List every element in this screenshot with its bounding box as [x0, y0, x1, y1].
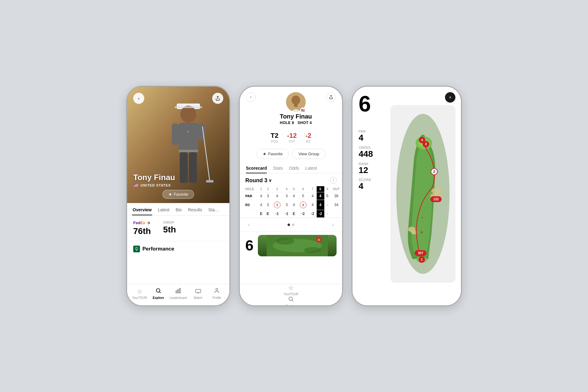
r3-label: R3: [240, 200, 258, 210]
diff-2: E: [265, 210, 271, 218]
col-9: 9: [324, 186, 331, 192]
arrow-icon: [146, 221, 151, 225]
tab-latest[interactable]: Latest: [157, 203, 170, 215]
nav-explore[interactable]: Explore: [151, 288, 166, 300]
p2-hole-preview: 6 4: [240, 232, 342, 259]
hole-map-mini: 4: [258, 235, 337, 256]
p3-stat-score: SCORE 4: [359, 178, 373, 191]
p2-tab-stats[interactable]: Stats: [273, 163, 283, 173]
svg-text:✓: ✓: [187, 130, 189, 133]
p2-scores-row: T2 POS -12 TOT -2 R3: [240, 129, 342, 146]
yourtour-icon-2: ☆: [288, 284, 294, 292]
course-svg: 1 2 3 4 132 307: [389, 105, 457, 283]
par-row: PAR 4 3 4 3 4 5 4 4 5 36: [240, 192, 342, 200]
user-icon: [214, 288, 220, 294]
p2-pos-value: T2: [270, 132, 278, 140]
p3-stat-yards: YARDS 448: [359, 146, 373, 159]
diff-7: -2: [309, 210, 316, 218]
phone-2-content: ‹: [240, 87, 342, 305]
svg-point-59: [420, 231, 423, 234]
tab-bio[interactable]: Bio: [175, 203, 182, 215]
p2-tot: -12 TOT: [287, 132, 297, 143]
p3-stats-column: PAR 4 YARDS 448 RANK 12 SCORE 4: [359, 130, 373, 191]
p2-tab-scorecard[interactable]: Scorecard: [246, 163, 267, 173]
tab-overview[interactable]: Overview: [132, 203, 152, 215]
prev-page-button[interactable]: ‹: [245, 221, 253, 229]
p2-avatar-flag: 🇺🇸: [300, 107, 306, 113]
phone-3: × 6 PAR 4 YARDS 448 RANK 12 SCO: [352, 86, 462, 306]
p2-nav-yourtour[interactable]: ☆ YourTOUR: [240, 284, 342, 296]
nav-leaderboard[interactable]: Leaderboard: [170, 288, 187, 300]
p2-favorite-button[interactable]: ★ Favorite: [256, 149, 289, 159]
col-hole: HOLE: [240, 186, 258, 192]
diff-4: -1: [283, 210, 291, 218]
svg-point-24: [292, 96, 300, 105]
nav-yourtour[interactable]: ☆ YourTOUR: [132, 288, 147, 300]
svg-rect-18: [176, 291, 177, 293]
nav-watch[interactable]: Watch: [190, 288, 206, 300]
p2-round-header: Round 3 ∨ i: [240, 173, 342, 186]
p2-round-selector[interactable]: Round 3 ∨: [245, 177, 272, 184]
p3-stat-par: PAR 4: [359, 130, 373, 143]
star-icon-2: ★: [263, 152, 266, 156]
p2-back-button[interactable]: ‹: [246, 92, 256, 102]
leaderboard-icon: [175, 288, 181, 295]
back-button[interactable]: ‹: [133, 93, 144, 104]
p2-avatar-container: 🇺🇸: [286, 92, 306, 113]
col-out: OUT: [330, 186, 342, 192]
nav-profile[interactable]: Profile: [209, 288, 224, 300]
diff-6: -2: [297, 210, 309, 218]
bar-chart-icon: [175, 288, 181, 294]
p2-player-info: 🇺🇸 Tony Finau HOLE 8 SHOT 4: [256, 92, 336, 125]
phones-container: ✓ ‹: [126, 86, 462, 306]
svg-rect-19: [178, 289, 179, 293]
p2-player-name: Tony Finau: [280, 113, 312, 120]
player-country: 🇺🇸 UNITED STATES: [133, 183, 175, 188]
p2-view-group-button[interactable]: View Group: [292, 149, 326, 159]
phone-1: ✓ ‹: [126, 86, 230, 306]
tab-stats[interactable]: Sta…: [208, 203, 220, 215]
p2-tab-latest[interactable]: Latest: [305, 163, 317, 173]
p2-nav-explore[interactable]: Explore: [240, 296, 342, 306]
p2-hole-shot: HOLE 8 SHOT 4: [280, 121, 312, 125]
search-icon: [155, 288, 161, 294]
stats-section: FedEx 76th OWGR 5th: [127, 216, 229, 241]
pga-icon: [133, 246, 140, 252]
p2-info-button[interactable]: i: [330, 177, 337, 184]
birdie-score-6: 4: [300, 202, 307, 208]
share-button[interactable]: [212, 93, 223, 104]
p2-tot-value: -12: [287, 132, 297, 140]
p2-header: ‹: [240, 87, 342, 129]
fedex-logo: FedEx: [133, 221, 151, 225]
col-2: 2: [265, 186, 271, 192]
p2-pos: T2 POS: [270, 132, 278, 143]
p2-r3-value: -2: [305, 132, 311, 140]
svg-rect-10: [180, 152, 188, 183]
col-8-active: 8: [317, 186, 324, 192]
p2-share-button[interactable]: [326, 92, 336, 102]
fedex-stat: FedEx 76th: [133, 221, 151, 236]
p2-r3-label: R3: [305, 140, 311, 143]
p2-tot-label: TOT: [287, 140, 297, 143]
p2-tab-odds[interactable]: Odds: [289, 163, 299, 173]
svg-rect-4: [175, 106, 202, 108]
profile-icon: [214, 288, 220, 295]
next-page-button[interactable]: ›: [329, 221, 337, 229]
diff-1: E: [258, 210, 265, 218]
svg-point-14: [136, 247, 138, 250]
tab-results[interactable]: Results: [187, 203, 203, 215]
p3-close-button[interactable]: ×: [445, 92, 455, 103]
dot-2[interactable]: [292, 224, 294, 226]
phone-2: ‹: [239, 86, 343, 306]
diff-5: E: [291, 210, 297, 218]
svg-rect-7: [172, 123, 179, 145]
svg-text:2: 2: [433, 170, 435, 173]
col-3: 3: [271, 186, 283, 192]
share-icon-2: [329, 95, 333, 99]
hero-section: ✓ ‹: [127, 87, 229, 203]
chevron-icon: ∨: [269, 178, 272, 183]
favorite-button[interactable]: ★ Overview Favorite: [163, 190, 194, 199]
dot-1[interactable]: [288, 224, 290, 226]
svg-text:307: 307: [418, 251, 423, 255]
performance-title: Performance: [133, 246, 223, 252]
